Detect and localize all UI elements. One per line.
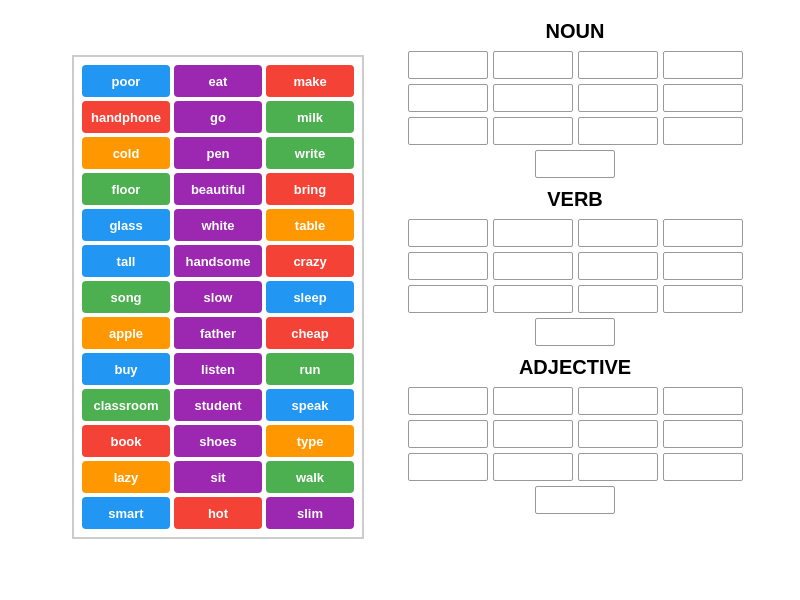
word-bank: pooreatmakehandphonegomilkcoldpenwritefl…	[72, 55, 364, 539]
word-tile-cold[interactable]: cold	[82, 137, 170, 169]
verb-box[interactable]	[663, 252, 743, 280]
word-tile-glass[interactable]: glass	[82, 209, 170, 241]
word-tile-go[interactable]: go	[174, 101, 262, 133]
word-tile-table[interactable]: table	[266, 209, 354, 241]
word-tile-lazy[interactable]: lazy	[82, 461, 170, 493]
adjective-box[interactable]	[408, 453, 488, 481]
noun-section: NOUN	[365, 20, 785, 178]
noun-box[interactable]	[663, 84, 743, 112]
word-tile-crazy[interactable]: crazy	[266, 245, 354, 277]
noun-box[interactable]	[408, 51, 488, 79]
verb-box[interactable]	[493, 219, 573, 247]
word-tile-type[interactable]: type	[266, 425, 354, 457]
word-tile-sit[interactable]: sit	[174, 461, 262, 493]
verb-box[interactable]	[663, 285, 743, 313]
noun-grid-row2	[365, 84, 785, 112]
verb-box[interactable]	[493, 252, 573, 280]
adjective-title: ADJECTIVE	[365, 356, 785, 379]
word-tile-slow[interactable]: slow	[174, 281, 262, 313]
word-tile-classroom[interactable]: classroom	[82, 389, 170, 421]
word-tile-handsome[interactable]: handsome	[174, 245, 262, 277]
word-tile-white[interactable]: white	[174, 209, 262, 241]
word-tile-bring[interactable]: bring	[266, 173, 354, 205]
noun-box[interactable]	[578, 84, 658, 112]
adjective-grid-row1	[365, 387, 785, 415]
word-tile-cheap[interactable]: cheap	[266, 317, 354, 349]
verb-box[interactable]	[578, 219, 658, 247]
word-tile-write[interactable]: write	[266, 137, 354, 169]
word-tile-pen[interactable]: pen	[174, 137, 262, 169]
noun-box[interactable]	[493, 84, 573, 112]
adjective-box[interactable]	[493, 420, 573, 448]
word-tile-walk[interactable]: walk	[266, 461, 354, 493]
verb-box[interactable]	[493, 285, 573, 313]
adjective-grid-row2	[365, 420, 785, 448]
verb-grid-row3	[365, 285, 785, 313]
adjective-box[interactable]	[578, 420, 658, 448]
noun-box[interactable]	[408, 84, 488, 112]
adjective-box[interactable]	[578, 453, 658, 481]
word-tile-run[interactable]: run	[266, 353, 354, 385]
adjective-box[interactable]	[663, 420, 743, 448]
verb-box[interactable]	[663, 219, 743, 247]
adjective-box[interactable]	[493, 387, 573, 415]
word-tile-sleep[interactable]: sleep	[266, 281, 354, 313]
adjective-box[interactable]	[408, 387, 488, 415]
word-tile-song[interactable]: song	[82, 281, 170, 313]
noun-box-extra[interactable]	[535, 150, 615, 178]
verb-box-extra[interactable]	[535, 318, 615, 346]
adjective-section: ADJECTIVE	[365, 356, 785, 514]
categories-column: NOUN VERB	[365, 20, 785, 524]
word-tile-milk[interactable]: milk	[266, 101, 354, 133]
noun-box[interactable]	[663, 51, 743, 79]
verb-box[interactable]	[578, 285, 658, 313]
verb-box[interactable]	[578, 252, 658, 280]
noun-box[interactable]	[493, 117, 573, 145]
verb-grid-row1	[365, 219, 785, 247]
word-tile-listen[interactable]: listen	[174, 353, 262, 385]
noun-title: NOUN	[365, 20, 785, 43]
verb-section: VERB	[365, 188, 785, 346]
noun-box[interactable]	[578, 117, 658, 145]
word-tile-book[interactable]: book	[82, 425, 170, 457]
verb-box[interactable]	[408, 219, 488, 247]
word-tile-beautiful[interactable]: beautiful	[174, 173, 262, 205]
word-tile-tall[interactable]: tall	[82, 245, 170, 277]
word-tile-smart[interactable]: smart	[82, 497, 170, 529]
adjective-box[interactable]	[408, 420, 488, 448]
word-tile-hot[interactable]: hot	[174, 497, 262, 529]
word-tile-poor[interactable]: poor	[82, 65, 170, 97]
word-tile-make[interactable]: make	[266, 65, 354, 97]
noun-box[interactable]	[493, 51, 573, 79]
adjective-box-extra[interactable]	[535, 486, 615, 514]
adjective-box[interactable]	[493, 453, 573, 481]
word-tile-shoes[interactable]: shoes	[174, 425, 262, 457]
adjective-box[interactable]	[578, 387, 658, 415]
word-tile-apple[interactable]: apple	[82, 317, 170, 349]
word-tile-handphone[interactable]: handphone	[82, 101, 170, 133]
adjective-box[interactable]	[663, 387, 743, 415]
noun-grid-row1	[365, 51, 785, 79]
word-tile-eat[interactable]: eat	[174, 65, 262, 97]
word-tile-buy[interactable]: buy	[82, 353, 170, 385]
verb-grid-extra	[365, 318, 785, 346]
adjective-grid-extra	[365, 486, 785, 514]
verb-grid-row2	[365, 252, 785, 280]
adjective-box[interactable]	[663, 453, 743, 481]
word-tile-father[interactable]: father	[174, 317, 262, 349]
word-tile-slim[interactable]: slim	[266, 497, 354, 529]
adjective-grid-row3	[365, 453, 785, 481]
noun-box[interactable]	[578, 51, 658, 79]
verb-box[interactable]	[408, 285, 488, 313]
noun-box[interactable]	[663, 117, 743, 145]
verb-title: VERB	[365, 188, 785, 211]
noun-grid-extra	[365, 150, 785, 178]
word-tile-floor[interactable]: floor	[82, 173, 170, 205]
noun-grid-row3	[365, 117, 785, 145]
word-tile-speak[interactable]: speak	[266, 389, 354, 421]
noun-box[interactable]	[408, 117, 488, 145]
word-tile-student[interactable]: student	[174, 389, 262, 421]
verb-box[interactable]	[408, 252, 488, 280]
